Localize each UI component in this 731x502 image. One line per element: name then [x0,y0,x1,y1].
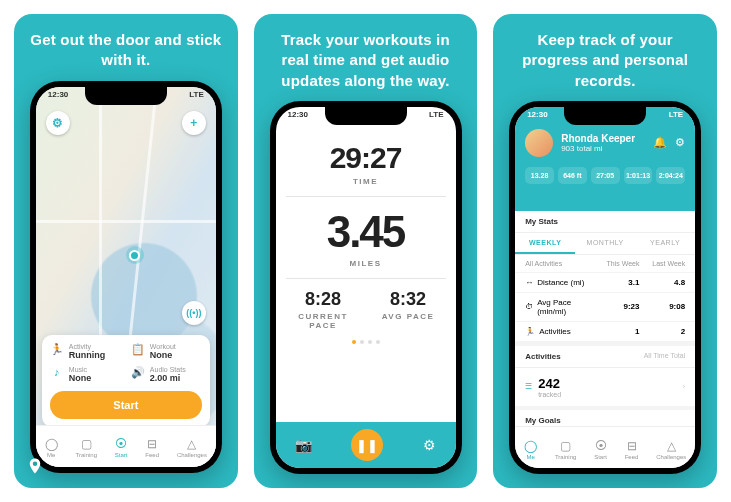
appstore-panel-1: Get out the door and stick with it. 12:3… [14,14,238,488]
page-indicator [352,340,380,344]
mountain-icon: △ [667,439,676,453]
time-value: 29:27 [330,141,402,175]
phone-screen: 12:30LTE 29:27 TIME 3.45 MILES 8:28 CURR… [276,107,456,468]
clipboard-icon: 📋 [131,343,145,357]
tab-training[interactable]: ▢Training [555,439,576,460]
tab-bar: ◯Me ▢Training ⦿Start ⊟Feed △Challenges [515,426,695,468]
goals-heading: My Goals [515,410,695,426]
notification-icon[interactable]: 🔔 [653,136,667,149]
person-icon: ◯ [45,437,58,451]
sliders-icon: ⚙ [423,437,436,453]
achievement-badges: 13.28 646 ft 27:05 1:01:13 2:04:24 [525,167,685,184]
phone-frame: 12:30LTE 29:27 TIME 3.45 MILES 8:28 CURR… [270,101,462,474]
activities-card[interactable]: ☰ 242tracked › [515,368,695,406]
miles-value: 3.45 [327,207,405,257]
badge[interactable]: 1:01:13 [624,167,653,184]
music-field[interactable]: ♪ MusicNone [50,366,121,383]
stats-header-row: All ActivitiesThis WeekLast Week [515,255,695,273]
time-label: TIME [353,177,378,186]
add-button[interactable]: + [182,111,206,135]
run-icon: 🏃 [50,343,64,357]
chevron-right-icon: › [683,382,686,391]
headline: Track your workouts in real time and get… [270,30,462,91]
stats-row: ⏱Avg Pace (min/mi)9:239:08 [515,293,695,322]
stats-row: ↔Distance (mi)3.14.8 [515,273,695,293]
pause-icon: ❚❚ [356,438,378,453]
gear-icon[interactable]: ⚙ [675,136,685,149]
feed-icon: ⊟ [147,437,157,451]
avg-pace: 8:32 AVG PACE [371,289,446,330]
tab-start[interactable]: ⦿Start [594,439,607,460]
phone-screen: 12:30LTE Rhonda Keeper 903 total mi 🔔 ⚙ … [515,107,695,468]
current-pace: 8:28 CURRENT PACE [286,289,361,330]
speaker-icon: 🔊 [131,366,145,380]
tab-bar: ◯Me ▢Training ⦿Start ⊟Feed △Challenges [36,425,216,467]
audio-stats-field[interactable]: 🔊 Audio Stats2.00 mi [131,366,202,383]
tab-feed[interactable]: ⊟Feed [625,439,639,460]
tab-weekly[interactable]: WEEKLY [515,233,575,254]
plus-icon: + [190,116,197,130]
camera-icon: 📷 [295,437,312,453]
profile-body: My Stats WEEKLY MONTHLY YEARLY All Activ… [515,211,695,426]
person-icon: ◯ [524,439,537,453]
tab-challenges[interactable]: △Challenges [656,439,686,460]
period-tabs: WEEKLY MONTHLY YEARLY [515,233,695,255]
appstore-panel-2: Track your workouts in real time and get… [254,14,478,488]
headline: Get out the door and stick with it. [30,30,222,71]
stats-row: 🏃Activities12 [515,322,695,342]
camera-button[interactable]: 📷 [295,437,312,453]
live-stats: 29:27 TIME 3.45 MILES 8:28 CURRENT PACE … [276,135,456,428]
phone-frame: 12:30LTE Rhonda Keeper 903 total mi 🔔 ⚙ … [509,101,701,474]
profile-name: Rhonda Keeper [561,133,635,144]
notch [564,107,646,125]
pause-button[interactable]: ❚❚ [351,429,383,461]
appstore-panel-3: Keep track of your progress and personal… [493,14,717,488]
notch [85,87,167,105]
audio-button[interactable]: ((•)) [182,301,206,325]
badge[interactable]: 646 ft [558,167,587,184]
control-bar: 📷 ❚❚ ⚙ [276,422,456,468]
phone-frame: 12:30LTE ⚙ + ((•)) 🏃 ActivityRunning [30,81,222,473]
tab-training[interactable]: ▢Training [76,437,97,458]
activities-heading: ActivitiesAll Time Total [515,346,695,368]
activity-field[interactable]: 🏃 ActivityRunning [50,343,121,360]
location-pin-icon [26,457,44,480]
list-icon: ☰ [525,382,532,391]
badge[interactable]: 27:05 [591,167,620,184]
gps-location-icon [126,246,144,264]
pin-icon: ⦿ [115,437,127,451]
tab-challenges[interactable]: △Challenges [177,437,207,458]
miles-label: MILES [350,259,382,268]
calendar-icon: ▢ [560,439,571,453]
headline: Keep track of your progress and personal… [509,30,701,91]
profile-total: 903 total mi [561,144,635,153]
tab-start[interactable]: ⦿Start [115,437,128,458]
badge[interactable]: 13.28 [525,167,554,184]
gear-icon: ⚙ [52,116,63,130]
calendar-icon: ▢ [81,437,92,451]
avatar[interactable] [525,129,553,157]
tab-me[interactable]: ◯Me [45,437,58,458]
tab-me[interactable]: ◯Me [524,439,537,460]
notch [325,107,407,125]
workout-field[interactable]: 📋 WorkoutNone [131,343,202,360]
workout-setup-card: 🏃 ActivityRunning 📋 WorkoutNone ♪ MusicN… [42,335,210,427]
badge[interactable]: 2:04:24 [656,167,685,184]
tab-monthly[interactable]: MONTHLY [575,233,635,254]
mountain-icon: △ [187,437,196,451]
pin-icon: ⦿ [595,439,607,453]
broadcast-icon: ((•)) [186,308,201,318]
start-button[interactable]: Start [50,391,202,419]
stats-heading: My Stats [515,211,695,233]
phone-screen: 12:30LTE ⚙ + ((•)) 🏃 ActivityRunning [36,87,216,467]
tab-yearly[interactable]: YEARLY [635,233,695,254]
feed-icon: ⊟ [627,439,637,453]
tab-feed[interactable]: ⊟Feed [145,437,159,458]
settings-button[interactable]: ⚙ [423,437,436,453]
music-icon: ♪ [50,366,64,380]
settings-button[interactable]: ⚙ [46,111,70,135]
